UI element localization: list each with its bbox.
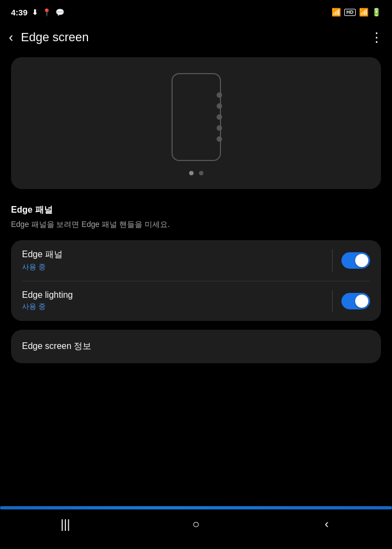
toggle-track-2 [341,293,370,309]
page-title: Edge screen [21,30,370,45]
info-row-title: Edge screen 정보 [22,341,91,352]
edge-lighting-toggle[interactable] [341,293,370,309]
more-options-button[interactable]: ⋮ [370,30,383,45]
edge-dot-1 [217,92,222,98]
edge-dots [217,92,222,142]
location-icon: 📍 [42,8,51,16]
top-nav: ‹ Edge screen ⋮ [0,22,392,53]
info-card[interactable]: Edge screen 정보 [11,330,381,363]
status-bar: 4:39 ⬇ 📍 💬 📶 HD 📶 🔋 [0,0,392,22]
edge-lighting-title: Edge lighting [22,290,323,300]
status-left: 4:39 ⬇ 📍 💬 [11,8,64,17]
battery-icon: 🔋 [372,8,381,16]
edge-panel-title: Edge 패널 [22,249,323,260]
message-icon: 💬 [56,8,64,16]
section-description: Edge 패널을 보려면 Edge 패널 핸들을 미세요. [11,219,381,230]
settings-card: Edge 패널 사용 중 Edge lighting 사용 중 [11,240,381,321]
edge-dot-2 [217,103,222,109]
page-dot-2[interactable] [199,171,203,175]
phone-outline [172,73,221,161]
toggle-thumb-1 [355,254,368,267]
edge-panel-row[interactable]: Edge 패널 사용 중 [11,240,381,281]
back-nav-button[interactable]: ‹ [310,513,343,535]
edge-dot-5 [217,136,222,142]
home-button[interactable]: ○ [179,513,212,535]
toggle-divider-2 [332,290,333,312]
edge-lighting-left: Edge lighting 사용 중 [22,290,323,312]
home-icon: ○ [192,517,200,531]
page-indicators [189,171,203,175]
edge-lighting-status: 사용 중 [22,302,323,312]
back-nav-icon: ‹ [324,517,328,531]
edge-panel-toggle[interactable] [341,252,370,269]
download-icon: ⬇ [32,8,38,16]
main-content: Edge 패널 Edge 패널을 보려면 Edge 패널 핸들을 미세요. Ed… [0,53,392,363]
time-display: 4:39 [11,8,27,17]
status-right: 📶 HD 📶 🔋 [332,8,381,16]
edge-panel-left: Edge 패널 사용 중 [22,249,323,272]
edge-dot-4 [217,125,222,131]
edge-lighting-row[interactable]: Edge lighting 사용 중 [11,281,381,321]
toggle-track-1 [341,252,370,269]
toggle-divider-1 [332,249,333,271]
back-button[interactable]: ‹ [9,31,13,44]
hd-badge: HD [344,9,356,16]
section-title: Edge 패널 [11,204,381,216]
wifi-icon: 📶 [332,8,341,16]
recent-apps-icon: ||| [60,517,70,531]
bottom-navigation: ||| ○ ‹ [0,505,392,549]
phone-illustration [172,73,221,161]
toggle-thumb-2 [355,295,368,308]
section-label: Edge 패널 Edge 패널을 보려면 Edge 패널 핸들을 미세요. [11,204,381,230]
signal-icon: 📶 [359,8,368,16]
edge-dot-3 [217,114,222,120]
page-dot-1[interactable] [189,171,194,175]
preview-card [11,57,381,189]
recent-apps-button[interactable]: ||| [49,513,82,535]
info-row[interactable]: Edge screen 정보 [11,330,381,363]
edge-panel-status: 사용 중 [22,262,323,272]
